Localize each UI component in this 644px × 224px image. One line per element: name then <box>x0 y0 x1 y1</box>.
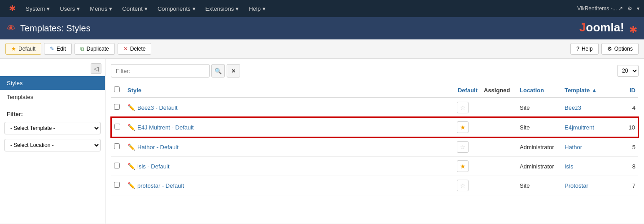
col-header-template[interactable]: Template ▲ <box>562 83 616 98</box>
delete-button[interactable]: ✕ Delete <box>118 43 152 55</box>
toolbar-left: ★ Default ✎ Edit ⧉ Duplicate ✕ Delete <box>5 43 151 55</box>
headerbar: 👁 Templates: Styles Joomla! ✱ <box>0 17 644 39</box>
select-all-checkbox[interactable] <box>114 86 120 92</box>
edit-icon: ✎ <box>50 46 54 52</box>
row-checkbox-cell <box>111 117 125 137</box>
style-link[interactable]: isis - Default <box>137 163 170 170</box>
row-template-cell: Beez3 <box>562 98 616 117</box>
help-button[interactable]: ? Help <box>570 43 598 55</box>
style-link[interactable]: Beez3 - Default <box>137 104 178 111</box>
nav-extensions[interactable]: Extensions ▾ <box>201 0 244 17</box>
search-icon: 🔍 <box>215 68 222 74</box>
per-page-select[interactable]: 20 <box>617 65 639 77</box>
nav-components[interactable]: Components ▾ <box>153 0 200 17</box>
row-template-cell: E4jmultrent <box>562 117 616 137</box>
sidebar: ◁ Styles Templates Filter: - Select Temp… <box>0 59 105 224</box>
default-button[interactable]: ★ Default <box>5 43 41 55</box>
table-row: ✏️Beez3 - Default☆SiteBeez34 <box>111 98 638 117</box>
row-checkbox-cell <box>111 98 125 117</box>
topbar: ✱ System ▾ Users ▾ Menus ▾ Content ▾ Com… <box>0 0 644 17</box>
options-button[interactable]: ⚙ Options <box>601 43 639 55</box>
help-icon: ? <box>576 46 579 52</box>
row-location-cell: Administrator <box>517 157 562 176</box>
row-id-cell: 4 <box>616 98 638 117</box>
clear-icon: ✕ <box>231 68 236 74</box>
template-link[interactable]: E4jmultrent <box>565 124 594 131</box>
style-link[interactable]: Hathor - Default <box>137 144 179 151</box>
row-checkbox-cell <box>111 137 125 157</box>
template-edit-icon: ✏️ <box>127 182 135 189</box>
row-checkbox-cell <box>111 176 125 195</box>
nav-users[interactable]: Users ▾ <box>55 0 84 17</box>
template-link[interactable]: Protostar <box>565 182 588 189</box>
col-header-style[interactable]: Style <box>125 83 454 98</box>
row-checkbox[interactable] <box>114 182 120 188</box>
sidebar-toggle-button[interactable]: ◁ <box>91 63 101 74</box>
joomla-logo-nav[interactable]: ✱ <box>4 0 20 17</box>
sidebar-item-styles[interactable]: Styles <box>0 76 105 90</box>
row-checkbox[interactable] <box>114 143 120 149</box>
row-style-cell: ✏️isis - Default <box>125 157 454 176</box>
topbar-right: VikRentItems -... ↗ ⚙ ▾ <box>577 5 640 12</box>
default-star-button[interactable]: ★ <box>457 160 469 172</box>
table-row: ✏️Hathor - Default☆AdministratorHathor5 <box>111 137 638 157</box>
template-edit-icon: ✏️ <box>127 143 135 151</box>
default-star-button[interactable]: ☆ <box>457 102 469 113</box>
edit-button[interactable]: ✎ Edit <box>44 43 72 55</box>
row-id-cell: 10 <box>616 117 638 137</box>
main-layout: ◁ Styles Templates Filter: - Select Temp… <box>0 59 644 224</box>
table-header-row: Style Default Assigned Location Template… <box>111 83 638 98</box>
delete-icon: ✕ <box>123 46 128 52</box>
clear-filter-button[interactable]: ✕ <box>227 64 240 78</box>
filter-bar: 🔍 ✕ 20 <box>111 64 639 78</box>
default-star-button[interactable]: ☆ <box>457 141 469 153</box>
joomla-flower-icon: ✱ <box>629 24 637 35</box>
template-edit-icon: ✏️ <box>127 163 135 170</box>
template-edit-icon: ✏️ <box>127 104 135 111</box>
table-body: ✏️Beez3 - Default☆SiteBeez34✏️E4J Multre… <box>111 98 638 195</box>
default-star-button[interactable]: ☆ <box>457 180 469 191</box>
row-checkbox[interactable] <box>114 104 120 110</box>
table-row: ✏️isis - Default★AdministratorIsis8 <box>111 157 638 176</box>
row-template-cell: Isis <box>562 157 616 176</box>
style-link[interactable]: protostar - Default <box>137 182 184 189</box>
col-header-assigned: Assigned <box>481 83 517 98</box>
page-title: Templates: Styles <box>20 23 91 34</box>
row-id-cell: 5 <box>616 137 638 157</box>
settings-icon[interactable]: ⚙ <box>627 5 632 12</box>
row-template-cell: Protostar <box>562 176 616 195</box>
duplicate-button[interactable]: ⧉ Duplicate <box>74 43 115 55</box>
sort-icon: ▲ <box>591 87 597 94</box>
sidebar-item-templates[interactable]: Templates <box>0 90 105 104</box>
nav-system[interactable]: System ▾ <box>21 0 54 17</box>
filter-input[interactable] <box>111 64 210 78</box>
sidebar-toggle-area: ◁ <box>0 61 105 76</box>
select-location[interactable]: - Select Location - <box>4 139 101 151</box>
template-link[interactable]: Isis <box>565 163 574 170</box>
nav-menus[interactable]: Menus ▾ <box>85 0 117 17</box>
search-button[interactable]: 🔍 <box>211 64 225 78</box>
row-id-cell: 8 <box>616 157 638 176</box>
row-checkbox[interactable] <box>114 163 120 168</box>
vikrentitems-link[interactable]: VikRentItems -... ↗ <box>577 5 623 12</box>
row-assigned-cell <box>481 137 517 157</box>
row-default-cell: ☆ <box>454 176 481 195</box>
template-link[interactable]: Hathor <box>565 144 582 151</box>
row-assigned-cell <box>481 176 517 195</box>
row-style-cell: ✏️protostar - Default <box>125 176 454 195</box>
col-header-id[interactable]: ID <box>616 83 638 98</box>
style-link[interactable]: E4J Multrent - Default <box>137 124 194 131</box>
default-star-button[interactable]: ★ <box>457 121 469 133</box>
styles-table: Style Default Assigned Location Template… <box>111 83 639 195</box>
nav-help[interactable]: Help ▾ <box>244 0 270 17</box>
nav-content[interactable]: Content ▾ <box>118 0 152 17</box>
select-template[interactable]: - Select Template - <box>4 122 101 134</box>
template-link[interactable]: Beez3 <box>565 104 581 111</box>
row-id-cell: 7 <box>616 176 638 195</box>
col-header-default[interactable]: Default <box>454 83 481 98</box>
row-checkbox[interactable] <box>114 124 120 129</box>
row-style-cell: ✏️Beez3 - Default <box>125 98 454 117</box>
row-default-cell: ★ <box>454 157 481 176</box>
toolbar: ★ Default ✎ Edit ⧉ Duplicate ✕ Delete ? … <box>0 39 644 59</box>
col-header-location[interactable]: Location <box>517 83 562 98</box>
